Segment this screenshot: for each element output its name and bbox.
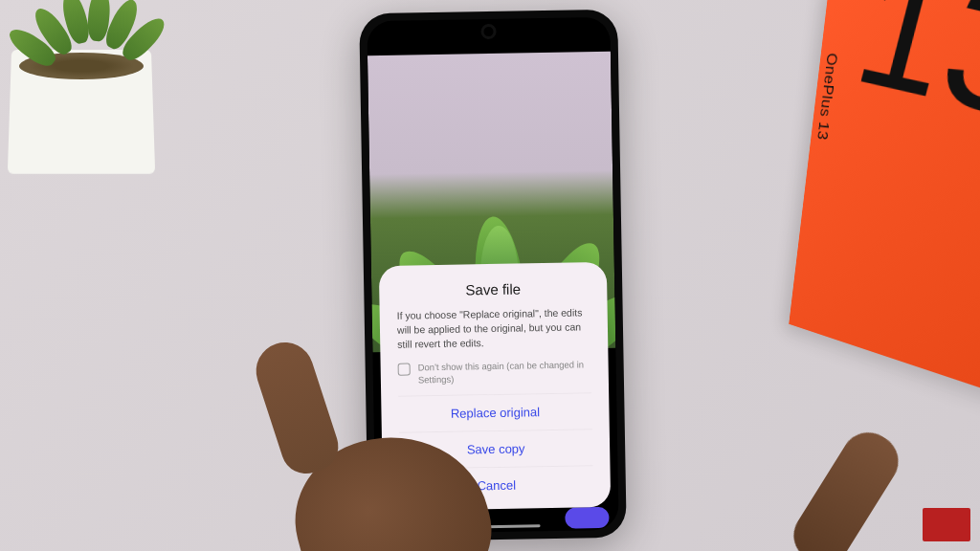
editor-save-button[interactable] (565, 507, 609, 529)
phone-screen: Cancel Save file If you choose "Replace … (367, 17, 618, 534)
save-file-dialog: Save file If you choose "Replace origina… (379, 262, 611, 511)
camera-punch-hole (483, 27, 493, 36)
dont-show-label: Don't show this again (can be changed in… (418, 360, 591, 386)
editor-cancel-button[interactable]: Cancel (389, 516, 421, 528)
cancel-button[interactable]: Cancel (400, 465, 594, 505)
save-copy-button[interactable]: Save copy (399, 429, 593, 469)
dont-show-again-row[interactable]: Don't show this again (can be changed in… (398, 360, 591, 386)
dialog-title: Save file (396, 279, 590, 299)
dialog-body-text: If you choose "Replace original", the ed… (397, 305, 591, 351)
plant-decoration-left (0, 0, 201, 201)
dont-show-checkbox[interactable] (398, 364, 411, 376)
box-number: 13 (844, 0, 980, 149)
replace-original-button[interactable]: Replace original (398, 392, 592, 432)
phone-device: Cancel Save file If you choose "Replace … (359, 10, 627, 542)
home-indicator[interactable] (455, 524, 541, 529)
card-bottom-right (923, 508, 970, 541)
